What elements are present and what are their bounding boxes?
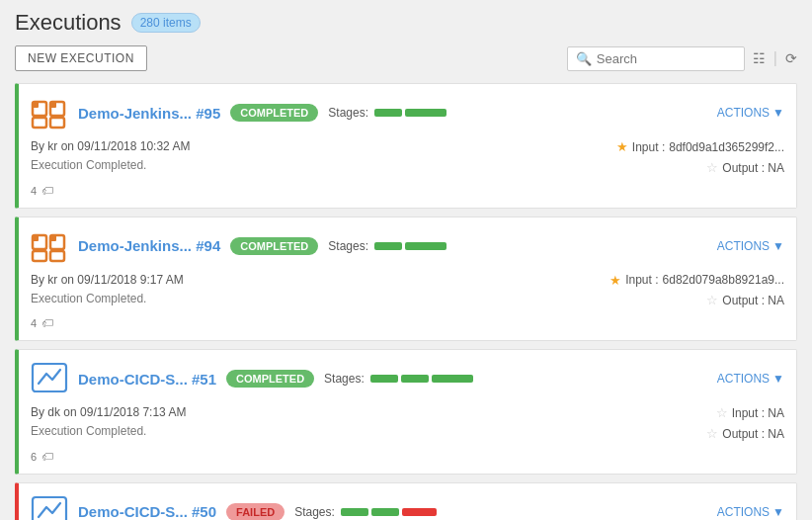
- exec-message: Execution Completed.: [31, 290, 184, 308]
- execution-card: Demo-CICD-S... #51 COMPLETED Stages: ACT…: [15, 349, 797, 475]
- chevron-down-icon: ▼: [772, 505, 784, 519]
- card-top: Demo-CICD-S... #51 COMPLETED Stages: ACT…: [31, 360, 784, 397]
- exec-title[interactable]: Demo-CICD-S... #51: [78, 371, 216, 388]
- svg-rect-3: [50, 102, 56, 108]
- stages-label: Stages:: [328, 239, 368, 253]
- search-input[interactable]: [597, 51, 735, 66]
- stages-row: Stages:: [328, 239, 447, 253]
- card-middle: By kr on 09/11/2018 10:32 AM Execution C…: [31, 137, 784, 179]
- exec-title[interactable]: Demo-Jenkins... #94: [78, 237, 220, 254]
- input-label: Input :: [632, 138, 665, 157]
- chevron-down-icon: ▼: [772, 372, 784, 386]
- tag-count: 4: [31, 317, 37, 329]
- tag-count: 6: [31, 451, 37, 463]
- card-middle: By dk on 09/11/2018 7:13 AM Execution Co…: [31, 403, 784, 445]
- output-label: Output : NA: [722, 425, 784, 444]
- exec-title[interactable]: Demo-Jenkins... #95: [78, 105, 220, 122]
- star-icon: ★: [616, 137, 628, 158]
- card-footer: 4 🏷: [31, 316, 784, 330]
- status-badge: COMPLETED: [230, 104, 318, 122]
- output-line: ☆ Output : NA: [616, 158, 784, 179]
- card-top: Demo-Jenkins... #95 COMPLETED Stages: AC…: [31, 94, 784, 131]
- filter-icon[interactable]: ☷: [753, 50, 766, 66]
- chevron-down-icon: ▼: [772, 106, 784, 120]
- status-badge: COMPLETED: [226, 370, 314, 388]
- input-line: ★ Input : 8df0d9a1d365299f2...: [616, 137, 784, 158]
- star-empty-icon: ☆: [716, 403, 728, 424]
- stage-bar-green-lg: [405, 242, 447, 250]
- exec-title[interactable]: Demo-CICD-S... #50: [78, 503, 216, 520]
- card-meta: By kr on 09/11/2018 9:17 AM Execution Co…: [31, 271, 184, 308]
- stage-bar-green: [341, 508, 368, 516]
- toolbar-row: NEW EXECUTION 🔍 ☷ | ⟳: [15, 45, 797, 71]
- exec-by: By dk on 09/11/2018 7:13 AM: [31, 403, 186, 422]
- execution-card: Demo-Jenkins... #94 COMPLETED Stages: AC…: [15, 217, 797, 342]
- execution-list: Demo-Jenkins... #95 COMPLETED Stages: AC…: [15, 83, 797, 520]
- svg-rect-7: [33, 235, 39, 241]
- exec-icon: [31, 227, 68, 265]
- stage-bar-green: [370, 375, 398, 383]
- stages-bars: [370, 375, 473, 383]
- tag-count: 4: [31, 185, 37, 197]
- exec-message: Execution Completed.: [31, 422, 186, 441]
- card-info: ★ Input : 8df0d9a1d365299f2... ☆ Output …: [616, 137, 784, 179]
- input-value: 8df0d9a1d365299f2...: [669, 138, 784, 157]
- card-left: Demo-CICD-S... #50 FAILED Stages:: [31, 493, 437, 520]
- card-left: Demo-Jenkins... #95 COMPLETED Stages:: [31, 94, 447, 131]
- search-icon: 🔍: [576, 51, 592, 66]
- star-icon: ★: [609, 271, 621, 292]
- actions-label: ACTIONS: [717, 239, 770, 253]
- stage-bar-green: [374, 109, 402, 117]
- stages-bars: [374, 242, 447, 250]
- stages-bars: [374, 109, 447, 117]
- card-top: Demo-Jenkins... #94 COMPLETED Stages: AC…: [31, 227, 784, 265]
- stages-label: Stages:: [324, 372, 365, 386]
- svg-rect-1: [33, 102, 39, 108]
- actions-button[interactable]: ACTIONS ▼: [717, 239, 784, 253]
- actions-button[interactable]: ACTIONS ▼: [717, 505, 784, 519]
- stage-bar-green-lg: [432, 375, 473, 383]
- exec-message: Execution Completed.: [31, 156, 190, 175]
- stage-bar-green: [401, 375, 429, 383]
- input-line: ☆ Input : NA: [706, 403, 784, 424]
- exec-icon: [31, 360, 68, 397]
- card-info: ★ Input : 6d82d079a8b8921a9... ☆ Output …: [609, 271, 784, 312]
- output-line: ☆ Output : NA: [706, 424, 784, 445]
- svg-rect-4: [33, 118, 46, 128]
- stages-row: Stages:: [294, 505, 437, 519]
- svg-rect-9: [50, 235, 56, 241]
- toolbar-right: 🔍 ☷ | ⟳: [567, 46, 797, 71]
- svg-rect-5: [50, 118, 64, 128]
- exec-icon: [31, 493, 68, 520]
- card-top: Demo-CICD-S... #50 FAILED Stages: ACTION…: [31, 493, 784, 520]
- card-middle: By kr on 09/11/2018 9:17 AM Execution Co…: [31, 271, 784, 312]
- execution-card: Demo-CICD-S... #50 FAILED Stages: ACTION…: [15, 482, 797, 520]
- refresh-icon[interactable]: ⟳: [785, 50, 797, 66]
- card-footer: 6 🏷: [31, 450, 784, 464]
- star-empty-icon: ☆: [706, 158, 718, 179]
- actions-label: ACTIONS: [717, 505, 770, 519]
- new-execution-button[interactable]: NEW EXECUTION: [15, 45, 147, 71]
- card-left: Demo-CICD-S... #51 COMPLETED Stages:: [31, 360, 473, 397]
- star-empty-icon: ☆: [706, 291, 718, 311]
- svg-rect-11: [50, 251, 64, 261]
- exec-by: By kr on 09/11/2018 10:32 AM: [31, 137, 190, 156]
- tag-icon: 🏷: [41, 184, 53, 198]
- actions-label: ACTIONS: [717, 372, 770, 386]
- actions-button[interactable]: ACTIONS ▼: [717, 106, 784, 120]
- input-label: Input :: [625, 271, 658, 290]
- input-value: 6d82d079a8b8921a9...: [663, 271, 784, 290]
- search-box: 🔍: [567, 46, 745, 71]
- output-label: Output : NA: [722, 159, 784, 178]
- card-info: ☆ Input : NA ☆ Output : NA: [706, 403, 784, 445]
- actions-button[interactable]: ACTIONS ▼: [717, 372, 784, 386]
- tag-icon: 🏷: [41, 316, 53, 330]
- executions-page: Executions 280 items NEW EXECUTION 🔍 ☷ |…: [0, 0, 812, 520]
- card-footer: 4 🏷: [31, 184, 784, 198]
- stages-label: Stages:: [294, 505, 335, 519]
- stages-row: Stages:: [324, 372, 473, 386]
- stage-bar-green-lg: [405, 109, 447, 117]
- star-empty-icon: ☆: [706, 424, 718, 445]
- stage-bar-green: [374, 242, 402, 250]
- stages-bars: [341, 508, 437, 516]
